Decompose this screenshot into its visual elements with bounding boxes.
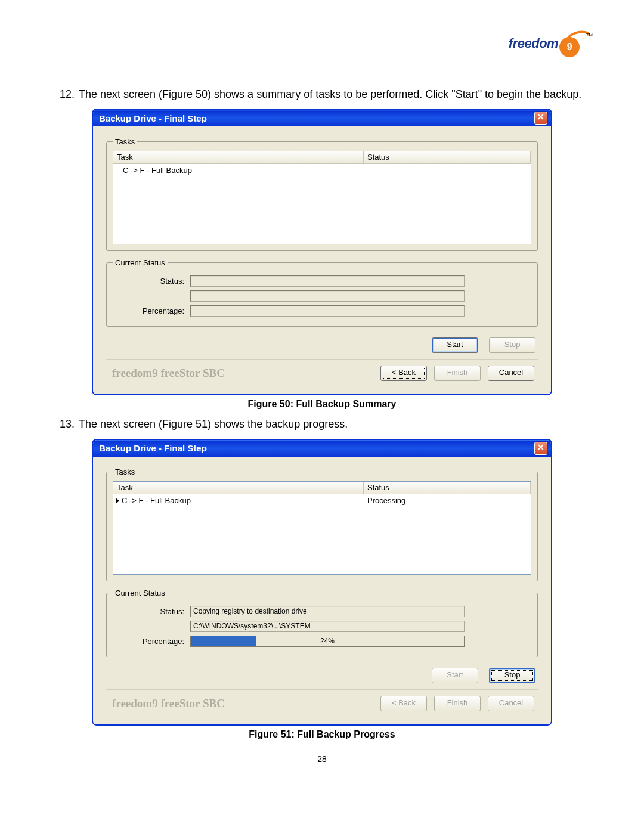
step-12-num: 12. xyxy=(60,87,79,101)
close-icon[interactable]: ✕ xyxy=(534,112,547,125)
cell-task-text: C -> F - Full Backup xyxy=(122,496,191,505)
percentage-value xyxy=(190,305,465,317)
tasks-legend: Tasks xyxy=(113,467,137,476)
status-label: Status: xyxy=(113,607,190,616)
status-value xyxy=(190,275,465,287)
col-status[interactable]: Status xyxy=(364,482,447,494)
cell-task: C -> F - Full Backup xyxy=(113,495,364,506)
figure-50-caption: Figure 50: Full Backup Summary xyxy=(60,399,584,410)
col-rest[interactable] xyxy=(447,482,531,494)
start-button[interactable]: Start xyxy=(432,337,478,353)
tasks-legend: Tasks xyxy=(113,137,137,146)
window-title: Backup Drive - Final Step xyxy=(99,113,207,123)
titlebar: Backup Drive - Final Step ✕ xyxy=(93,110,551,126)
tasks-listview[interactable]: Task Status C -> F - Full Backup xyxy=(113,151,531,244)
figure-51-caption: Figure 51: Full Backup Progress xyxy=(60,729,584,740)
list-header: Task Status xyxy=(113,482,531,494)
step-13-num: 13. xyxy=(60,417,79,431)
cancel-button: Cancel xyxy=(488,696,534,711)
cell-status: Processing xyxy=(364,495,447,506)
tasks-group: Tasks Task Status C -> F - Full Backup P… xyxy=(106,467,538,581)
backup-window-progress: Backup Drive - Final Step ✕ Tasks Task S… xyxy=(92,439,552,726)
back-button: < Back xyxy=(380,696,427,711)
progress-bar: 24% xyxy=(190,636,465,647)
start-button: Start xyxy=(432,668,478,683)
tasks-group: Tasks Task Status C -> F - Full Backup xyxy=(106,137,538,251)
step-12-body: The next screen (Figure 50) shows a summ… xyxy=(79,87,584,101)
logo-nine: 9 xyxy=(559,37,580,57)
table-row[interactable]: C -> F - Full Backup Processing xyxy=(113,494,531,506)
logo-tm: TM xyxy=(586,32,593,38)
col-rest[interactable] xyxy=(447,151,531,163)
cancel-button[interactable]: Cancel xyxy=(488,366,534,381)
current-status-group: Current Status Status: Copying registry … xyxy=(106,589,538,657)
finish-button: Finish xyxy=(434,366,481,381)
current-status-legend: Current Status xyxy=(113,589,168,597)
close-icon[interactable]: ✕ xyxy=(534,442,547,455)
backup-window-summary: Backup Drive - Final Step ✕ Tasks Task S… xyxy=(92,109,552,395)
path-value: C:\WINDOWS\system32\...\SYSTEM xyxy=(190,621,465,632)
path-value xyxy=(190,290,465,302)
current-status-legend: Current Status xyxy=(113,258,168,267)
logo-text: freedom xyxy=(509,36,558,51)
step-13-body: The next screen (Figure 51) shows the ba… xyxy=(79,417,584,431)
col-status[interactable]: Status xyxy=(364,151,447,163)
finish-button: Finish xyxy=(434,696,481,711)
table-row[interactable]: C -> F - Full Backup xyxy=(113,164,531,176)
col-task[interactable]: Task xyxy=(113,482,364,494)
step-12-text: 12. The next screen (Figure 50) shows a … xyxy=(60,87,584,101)
titlebar: Backup Drive - Final Step ✕ xyxy=(93,440,551,457)
brand-text: freedom9 freeStor SBC xyxy=(110,697,380,710)
brand-logo: freedom9 TM xyxy=(504,36,584,57)
play-icon xyxy=(116,498,119,504)
window-title: Backup Drive - Final Step xyxy=(99,443,207,453)
page-number: 28 xyxy=(60,754,584,764)
list-header: Task Status xyxy=(113,151,531,164)
col-task[interactable]: Task xyxy=(113,151,364,163)
percentage-label: Percentage: xyxy=(113,637,190,646)
percentage-label: Percentage: xyxy=(113,306,190,315)
cell-status xyxy=(364,165,447,176)
cell-task: C -> F - Full Backup xyxy=(113,165,364,176)
status-label: Status: xyxy=(113,277,190,286)
stop-button[interactable]: Stop xyxy=(489,668,535,683)
stop-button: Stop xyxy=(489,337,535,353)
step-13-text: 13. The next screen (Figure 51) shows th… xyxy=(60,417,584,431)
progress-text: 24% xyxy=(191,636,464,646)
tasks-listview[interactable]: Task Status C -> F - Full Backup Process… xyxy=(113,481,531,575)
back-button[interactable]: < Back xyxy=(380,366,427,381)
current-status-group: Current Status Status: Percentage: xyxy=(106,258,538,327)
status-value: Copying registry to destination drive xyxy=(190,606,465,617)
brand-text: freedom9 freeStor SBC xyxy=(110,367,380,380)
